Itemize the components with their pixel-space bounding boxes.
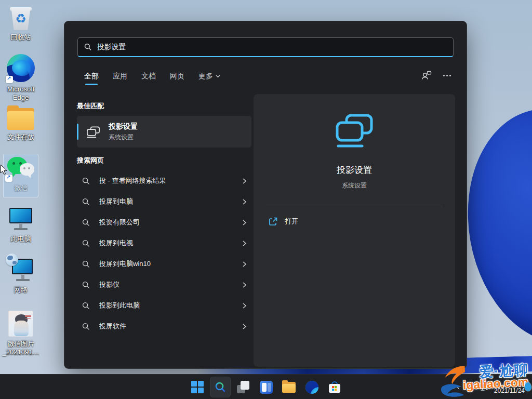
wechat-icon (6, 157, 35, 181)
web-suggestion-row[interactable]: 投影仪 (77, 274, 251, 295)
tab-documents[interactable]: 文档 (141, 72, 156, 85)
store-icon (328, 381, 341, 393)
chevron-right-icon (242, 282, 247, 288)
account-icon[interactable] (421, 71, 432, 80)
store-button[interactable] (324, 377, 345, 397)
network-tray-icon[interactable] (478, 382, 489, 392)
web-search-section-label: 搜索网页 (77, 156, 251, 165)
search-icon (82, 323, 90, 330)
network-icon (8, 258, 34, 283)
desktop-icon-wechat-image[interactable]: 微信图片 _2021091… (1, 311, 41, 356)
best-match-result[interactable]: 投影设置 系统设置 (77, 116, 251, 148)
task-view-button[interactable] (233, 377, 254, 397)
search-icon (82, 177, 90, 185)
chevron-right-icon (242, 240, 247, 247)
web-suggestion-row[interactable]: 投 - 查看网络搜索结果 (77, 170, 251, 191)
search-icon (82, 219, 90, 227)
shortcut-arrow-icon (5, 175, 12, 182)
tab-all[interactable]: 全部 (84, 72, 99, 85)
web-suggestion-row[interactable]: 投屏到电视 (77, 233, 251, 254)
desktop-icon-folder[interactable]: 文件存放 (1, 108, 41, 141)
tab-web[interactable]: 网页 (170, 72, 184, 85)
task-view-icon (237, 381, 249, 393)
web-suggestion-row[interactable]: 投屏到电脑 (77, 191, 251, 212)
suggestion-text: 投屏软件 (99, 322, 242, 331)
ime-indicator[interactable]: 中 (466, 382, 473, 392)
desktop-icon-label: 文件存放 (1, 133, 41, 141)
desktop-icon-label: 回收站 (1, 33, 41, 42)
tray-chevron-up-icon[interactable] (453, 385, 460, 390)
search-icon (82, 260, 90, 268)
tab-apps[interactable]: 应用 (113, 72, 127, 85)
edge-icon (305, 381, 318, 394)
system-tray: 中 15:15 2021/11/24 (453, 375, 532, 399)
projection-icon (86, 126, 100, 138)
image-thumbnail-icon (8, 311, 33, 337)
search-panel: 全部 应用 文档 网页 更多 最佳匹配 投影设置 (64, 21, 467, 369)
chevron-down-icon (216, 75, 220, 78)
tab-more[interactable]: 更多 (198, 72, 220, 85)
search-input[interactable] (97, 43, 447, 51)
web-suggestion-row[interactable]: 投影到此电脑 (77, 295, 251, 316)
mouse-cursor (0, 164, 8, 176)
web-suggestion-row[interactable]: 投屏到电脑win10 (77, 254, 251, 274)
desktop-icon-edge[interactable]: Microsoft Edge (1, 54, 41, 102)
tray-date: 2021/11/24 (494, 387, 525, 395)
search-icon (84, 43, 91, 51)
search-filter-tabs: 全部 应用 文档 网页 更多 (84, 72, 415, 85)
widgets-button[interactable] (256, 377, 276, 397)
recycle-bin-icon: ♻ (10, 5, 32, 30)
search-icon (215, 381, 226, 393)
chevron-right-icon (242, 178, 247, 184)
search-button[interactable] (210, 377, 231, 397)
desktop-icon-label: 网络 (1, 286, 41, 294)
chevron-right-icon (242, 198, 247, 205)
tray-clock[interactable]: 15:15 2021/11/24 (494, 379, 525, 395)
chevron-right-icon (242, 323, 247, 330)
suggestion-text: 投屏到电视 (99, 238, 242, 248)
open-action[interactable]: 打开 (254, 206, 455, 226)
selection-accent-bar (77, 124, 78, 140)
desktop-icon-label: 此电脑 (1, 235, 41, 243)
desktop-icon-recycle-bin[interactable]: ♻ 回收站 (1, 5, 41, 42)
suggestion-text: 投屏到电脑 (99, 197, 242, 206)
detail-subtitle: 系统设置 (254, 181, 455, 190)
open-label: 打开 (285, 217, 298, 226)
start-button[interactable] (187, 377, 208, 397)
open-external-icon (269, 217, 277, 226)
desktop-icon-label: Microsoft (7, 85, 35, 93)
this-pc-icon (8, 207, 34, 232)
chevron-right-icon (242, 219, 247, 226)
suggestion-text: 投资有限公司 (99, 218, 242, 227)
shortcut-arrow-icon (6, 76, 13, 83)
search-icon (82, 302, 90, 310)
desktop-icon-network[interactable]: 网络 (1, 258, 41, 294)
file-explorer-button[interactable] (278, 377, 299, 397)
search-box[interactable] (77, 37, 454, 57)
search-icon (82, 281, 90, 289)
desktop-icon-label: 微信图片 (7, 340, 34, 348)
folder-icon (7, 108, 34, 130)
taskbar: 中 15:15 2021/11/24 (0, 374, 532, 399)
suggestion-text: 投屏到电脑win10 (99, 259, 242, 269)
web-suggestion-row[interactable]: 投资有限公司 (77, 212, 251, 233)
desktop-icon-this-pc[interactable]: 此电脑 (1, 207, 41, 243)
web-suggestion-row[interactable]: 投屏软件 (77, 316, 251, 337)
result-title: 投影设置 (109, 122, 138, 131)
suggestion-text: 投 - 查看网络搜索结果 (99, 176, 242, 185)
file-explorer-icon (282, 382, 296, 393)
result-detail-card: 投影设置 系统设置 打开 (254, 94, 455, 367)
edge-button[interactable] (301, 377, 322, 397)
more-options-icon[interactable] (443, 75, 451, 76)
widgets-icon (260, 381, 273, 394)
search-icon (82, 198, 90, 206)
search-icon (82, 240, 90, 247)
result-subtitle: 系统设置 (109, 133, 138, 142)
suggestion-text: 投影仪 (99, 280, 242, 289)
suggestion-text: 投影到此电脑 (99, 301, 242, 310)
chevron-right-icon (242, 261, 247, 268)
windows-logo-icon (191, 381, 204, 393)
detail-title: 投影设置 (254, 164, 455, 176)
edge-icon (7, 54, 35, 82)
chevron-right-icon (242, 302, 247, 309)
